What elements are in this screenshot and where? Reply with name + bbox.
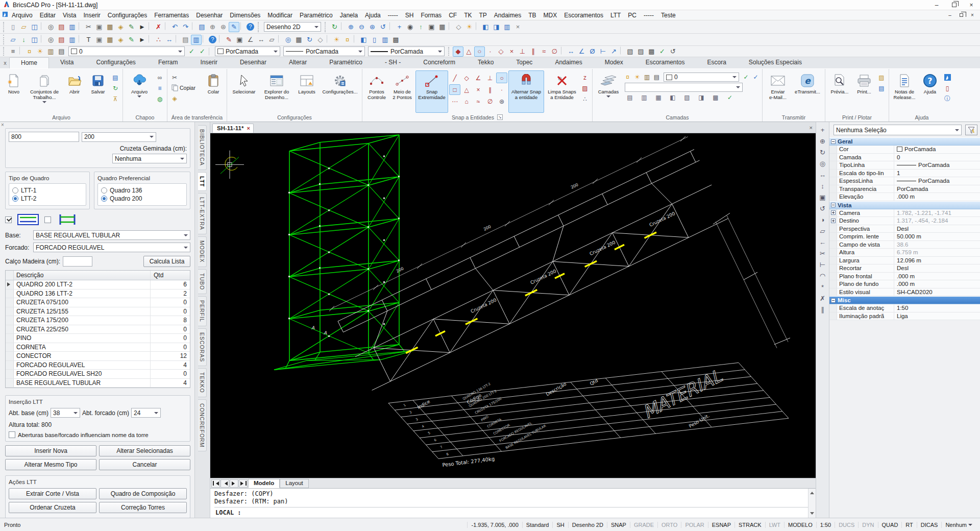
copy-icon[interactable]: ▣	[94, 22, 105, 32]
rt-fillet-icon[interactable]: ◠	[818, 271, 828, 281]
separator[interactable]	[41, 35, 44, 43]
area-icon[interactable]: ▱	[266, 35, 277, 45]
table-row[interactable]: FORCADO REGULAVEL SH20 0	[6, 370, 190, 379]
layer-plot-icon[interactable]: ▤	[56, 46, 67, 57]
redline-icon[interactable]: ✎	[224, 35, 234, 45]
snap-ext-icon[interactable]: ⋯	[449, 96, 460, 107]
side-tab-ltt-extra[interactable]: LTT-EXTRA	[198, 193, 207, 234]
expand-icon[interactable]	[831, 210, 836, 215]
page-setup-icon[interactable]: ▨	[876, 73, 887, 82]
tabbar-close-icon[interactable]: ×	[810, 125, 813, 131]
acoes-button[interactable]: Extrair Corte / Vista	[9, 488, 96, 499]
toggle-orto[interactable]: ORTO	[657, 522, 681, 528]
prev-layout-button[interactable]	[220, 479, 229, 488]
configuracoes-button[interactable]: Configurações...	[320, 70, 360, 113]
layer-lamp-icon[interactable]: ¤	[623, 73, 632, 82]
table-row[interactable]: CRUZETA 225/250 0	[6, 325, 190, 334]
snap-cross-icon[interactable]: ×	[473, 84, 484, 95]
first-layout-button[interactable]	[211, 479, 220, 488]
tab-escora[interactable]: Escora	[696, 57, 737, 68]
snap-perpendicular-icon[interactable]: ⊥	[517, 46, 528, 57]
rt-zoom-icon[interactable]: ⊕	[818, 136, 828, 146]
toggle-modelo[interactable]: MODELO	[784, 522, 816, 528]
snap-center-icon[interactable]: ○	[474, 46, 485, 57]
profile-sh[interactable]: SH	[552, 522, 568, 528]
lineweight-combo[interactable]: PorCamada	[368, 46, 445, 56]
layer-tool-7-icon[interactable]: ▩	[709, 93, 722, 102]
toggle-grade[interactable]: GRADE	[630, 522, 657, 528]
dialog-launcher-icon[interactable]: ↘	[497, 114, 503, 120]
binoculars-icon[interactable]: ∞	[155, 73, 165, 82]
layer-tool-2-icon[interactable]: ▥	[638, 93, 651, 102]
menu-item[interactable]: Ajuda	[361, 11, 384, 20]
radio-quadro200[interactable]: Quadro 200	[101, 195, 183, 202]
separator[interactable]	[79, 22, 82, 30]
zoom-previous-icon[interactable]: ↺	[378, 22, 388, 32]
save-as-icon[interactable]: ◫	[29, 35, 40, 45]
toggle-dicas[interactable]: DICAS	[917, 522, 942, 528]
select-icon[interactable]: ►	[137, 22, 148, 32]
snap-extremidade-button[interactable]: Snap Extremidade	[415, 70, 448, 113]
snap-ins-icon[interactable]: ⌂	[461, 96, 472, 107]
minimize-button[interactable]: –	[928, 0, 945, 10]
snap-square-icon[interactable]: □	[449, 84, 460, 95]
menu-item[interactable]: MDX	[540, 11, 561, 20]
rt-rotate-icon[interactable]: ↺	[818, 204, 828, 213]
redo-icon[interactable]: ↷	[180, 22, 191, 32]
layer-iso-icon[interactable]: ▧	[625, 46, 635, 57]
side-tab-tubo[interactable]: TUBO	[198, 269, 207, 294]
property-row[interactable]: Elevação .000 m	[829, 193, 980, 201]
section-geral[interactable]: Geral	[829, 137, 980, 146]
panel-close-button[interactable]: ×	[1, 122, 4, 128]
menu-item[interactable]: Janela	[336, 11, 361, 20]
document-tab[interactable]: SH-11-11* ×	[212, 124, 254, 133]
layer-tool-8-icon[interactable]: ✓	[723, 93, 737, 102]
layer-state-combo[interactable]	[625, 83, 743, 92]
property-row[interactable]: Plano frontal .000 m	[829, 273, 980, 281]
restore-button[interactable]	[945, 0, 963, 10]
camera-icon[interactable]: ▣	[426, 22, 437, 32]
open-partial-icon[interactable]: ▱	[8, 35, 18, 45]
layer-on-icon[interactable]: ¤	[24, 46, 35, 57]
layerstate-check-icon[interactable]: ✓	[742, 73, 750, 82]
property-row[interactable]: Escala do tipo-lin 1	[829, 170, 980, 178]
toggle-dyn[interactable]: DYN	[858, 522, 877, 528]
lookfrom-icon[interactable]: ↑	[415, 22, 426, 32]
rt-move-h-icon[interactable]: ↔	[818, 170, 828, 180]
menu-item[interactable]: CF	[445, 11, 460, 20]
ribbon-close-button[interactable]: x	[1, 60, 9, 66]
snap-off-icon[interactable]: ∅	[484, 96, 496, 107]
support-doc-icon[interactable]: ▯	[942, 83, 952, 93]
toggle-polar[interactable]: POLAR	[681, 522, 707, 528]
cruzeta-geminada-combo[interactable]: Nenhuma	[112, 154, 187, 163]
camadas-button[interactable]: Camadas	[595, 70, 622, 113]
property-row[interactable]: EspessLinha PorCamada	[829, 177, 980, 185]
dim-leader-icon[interactable]: ↗	[608, 46, 619, 57]
orbit-icon[interactable]: ↻	[304, 35, 315, 45]
layer-tool-6-icon[interactable]: ◨	[695, 93, 708, 102]
open-file-icon[interactable]: ▱	[18, 22, 29, 32]
abt-base-combo[interactable]: 38	[51, 408, 80, 418]
separator[interactable]	[41, 22, 44, 30]
property-row[interactable]: Recortar Desl	[829, 264, 980, 273]
separator[interactable]	[389, 22, 393, 30]
novo-button[interactable]: Novo	[2, 70, 26, 113]
snap-dot-icon[interactable]: ·	[496, 84, 507, 95]
edit-drawing-icon[interactable]: ✎	[229, 22, 239, 32]
separator[interactable]	[354, 35, 357, 43]
window-single-icon[interactable]: ▯	[369, 35, 380, 45]
viewports-icon[interactable]: ▦	[437, 22, 448, 32]
separator[interactable]	[192, 22, 195, 30]
menu-item[interactable]: Arquivo	[8, 11, 36, 20]
selecionar-button[interactable]: Selecionar	[229, 70, 259, 113]
brush-icon[interactable]: ◈	[115, 35, 126, 45]
snap-none-icon[interactable]: ∅	[549, 46, 560, 57]
property-row[interactable]: Transparencia PorCamada	[829, 185, 980, 194]
snap-3d-icon[interactable]: ∴	[580, 94, 590, 104]
linetype-combo[interactable]: PorCamada	[283, 46, 365, 56]
rt-offset-icon[interactable]: ∥	[818, 305, 828, 315]
collapse-icon[interactable]	[831, 298, 836, 303]
menu-item[interactable]: Modificar	[264, 11, 296, 20]
snap-intersection-icon[interactable]: ×	[506, 46, 517, 57]
render-icon[interactable]: ☀	[464, 22, 475, 32]
